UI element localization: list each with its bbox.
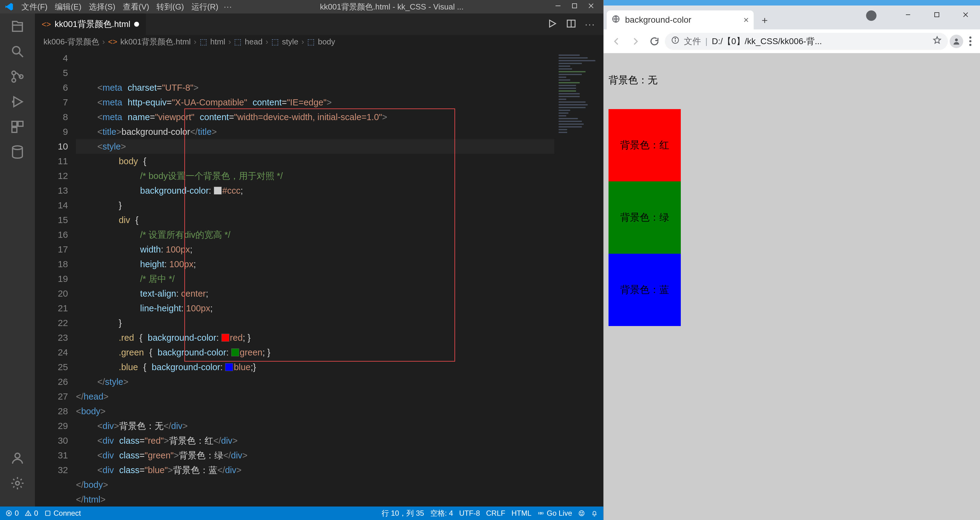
svg-line-6 (19, 53, 23, 57)
status-connect[interactable]: Connect (45, 509, 81, 518)
address-bar[interactable]: 文件 | D:/【0】/kk_CSS/kk006-背... (665, 33, 948, 50)
menu-edit[interactable]: 编辑(E) (55, 2, 81, 12)
code-area[interactable]: <meta charset="UTF-8"> <meta http-equiv=… (76, 48, 554, 507)
activity-database-icon[interactable] (10, 145, 25, 161)
svg-marker-10 (14, 97, 22, 107)
vscode-window: 文件(F) 编辑(E) 选择(S) 查看(V) 转到(G) 运行(R) ··· … (0, 0, 603, 520)
breadcrumb[interactable]: kk006-背景颜色› <> kk001背景颜色.html› ⬚ html› ⬚… (35, 35, 603, 48)
browser-window: background-color × + 文件 | D:/【0】/kk_CSS/… (603, 0, 980, 520)
svg-point-8 (12, 78, 16, 82)
menu-overflow-icon[interactable]: ··· (218, 2, 238, 12)
html-file-icon: <> (108, 37, 117, 46)
activity-explorer-icon[interactable] (10, 19, 25, 35)
browser-close-icon[interactable] (951, 5, 980, 24)
svg-point-25 (28, 515, 29, 515)
browser-menu-icon[interactable] (965, 37, 976, 46)
svg-point-30 (582, 512, 583, 513)
rendered-page: 背景色：无 背景色：红 背景色：绿 背景色：蓝 (604, 53, 980, 520)
activity-settings-icon[interactable] (10, 476, 25, 492)
svg-point-29 (580, 512, 581, 513)
vscode-titlebar: 文件(F) 编辑(E) 选择(S) 查看(V) 转到(G) 运行(R) ··· … (0, 0, 603, 13)
browser-tab[interactable]: background-color × (607, 10, 754, 29)
menu-run[interactable]: 运行(R) (191, 2, 218, 12)
tag-icon: ⬚ (234, 37, 242, 46)
breadcrumb-item[interactable]: style (282, 37, 298, 46)
menu-select[interactable]: 选择(S) (89, 2, 115, 12)
editor-tabs: <> kk001背景颜色.html ··· (35, 13, 603, 35)
globe-icon (612, 15, 620, 26)
more-actions-icon[interactable]: ··· (585, 19, 595, 29)
div-red: 背景色：红 (609, 109, 681, 182)
browser-tabstrip: background-color × + (604, 5, 980, 29)
activity-bar (0, 13, 35, 507)
editor[interactable]: 4567891011121314151617181920212223242526… (35, 48, 603, 507)
activity-debug-icon[interactable] (10, 94, 25, 110)
svg-rect-33 (935, 13, 939, 17)
breadcrumb-item[interactable]: body (318, 37, 335, 46)
browser-maximize-icon[interactable] (923, 5, 951, 24)
dirty-indicator-icon (134, 22, 139, 27)
breadcrumb-item[interactable]: head (245, 37, 262, 46)
tab-file[interactable]: <> kk001背景颜色.html (35, 13, 146, 35)
svg-point-11 (12, 100, 14, 103)
svg-marker-18 (549, 20, 555, 27)
status-bell-icon[interactable] (591, 510, 598, 517)
html-file-icon: <> (41, 20, 51, 29)
tab-close-icon[interactable]: × (743, 15, 749, 25)
browser-toolbar: 文件 | D:/【0】/kk_CSS/kk006-背... (604, 29, 980, 53)
svg-point-5 (13, 46, 20, 54)
window-close-icon[interactable] (587, 2, 595, 12)
status-warnings[interactable]: 0 (25, 509, 38, 518)
breadcrumb-item[interactable]: kk006-背景颜色 (43, 37, 99, 47)
tab-search-icon[interactable] (866, 10, 877, 21)
menubar: 文件(F) 编辑(E) 选择(S) 查看(V) 转到(G) 运行(R) (18, 2, 218, 12)
site-info-icon[interactable] (671, 36, 679, 46)
menu-view[interactable]: 查看(V) (123, 2, 150, 12)
activity-account-icon[interactable] (10, 451, 25, 467)
browser-minimize-icon[interactable] (894, 5, 923, 24)
status-feedback-icon[interactable] (578, 510, 585, 517)
status-errors[interactable]: 0 (5, 509, 19, 518)
svg-point-38 (675, 38, 676, 39)
svg-point-16 (15, 453, 20, 458)
svg-point-15 (13, 146, 22, 150)
activity-extensions-icon[interactable] (10, 120, 25, 136)
div-blue: 背景色：蓝 (609, 254, 681, 326)
tag-icon: ⬚ (271, 37, 279, 46)
back-icon[interactable] (608, 33, 625, 50)
run-icon[interactable] (547, 18, 557, 30)
div-none: 背景色：无 (609, 58, 975, 109)
breadcrumb-item[interactable]: kk001背景颜色.html (120, 37, 191, 47)
svg-rect-14 (12, 128, 17, 132)
menu-file[interactable]: 文件(F) (21, 2, 48, 12)
tag-icon: ⬚ (200, 37, 207, 46)
window-title: kk001背景颜色.html - kk_CSS - Visual ... (238, 2, 546, 12)
svg-rect-13 (18, 121, 23, 126)
div-green: 背景色：绿 (609, 182, 681, 254)
minimap[interactable] (554, 48, 603, 507)
activity-search-icon[interactable] (10, 44, 25, 60)
svg-point-28 (579, 511, 584, 516)
svg-rect-26 (45, 511, 50, 516)
new-tab-button[interactable]: + (759, 14, 771, 26)
svg-rect-4 (13, 25, 22, 31)
line-numbers: 4567891011121314151617181920212223242526… (35, 48, 76, 507)
activity-scm-icon[interactable] (10, 69, 25, 85)
reload-icon[interactable] (646, 33, 663, 50)
menu-goto[interactable]: 转到(G) (156, 2, 184, 12)
window-minimize-icon[interactable] (554, 2, 562, 12)
tab-label: kk001背景颜色.html (54, 18, 130, 30)
url-scheme-label: 文件 (684, 35, 701, 47)
breadcrumb-item[interactable]: html (210, 37, 225, 46)
svg-point-17 (16, 482, 19, 485)
profile-avatar-icon[interactable] (950, 35, 963, 48)
svg-point-7 (12, 71, 16, 75)
svg-rect-12 (12, 121, 17, 126)
window-maximize-icon[interactable] (571, 2, 578, 12)
bookmark-star-icon[interactable] (932, 35, 942, 47)
browser-tab-title: background-color (625, 15, 691, 25)
forward-icon[interactable] (627, 33, 644, 50)
split-editor-icon[interactable] (566, 18, 576, 30)
url-text: D:/【0】/kk_CSS/kk006-背... (712, 35, 928, 47)
url-separator: | (705, 37, 708, 46)
